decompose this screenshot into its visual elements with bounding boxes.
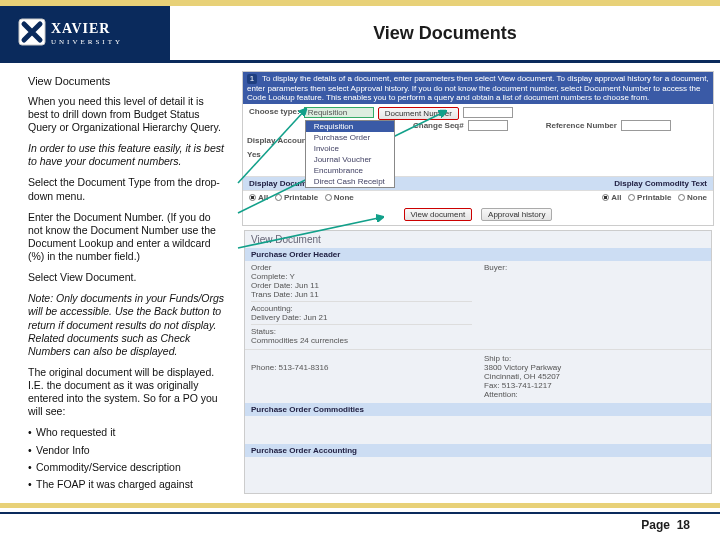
svg-text:XAVIER: XAVIER: [51, 21, 110, 36]
panel-heading: View Documents: [28, 75, 226, 89]
screenshot-form: 1 To display the details of a document, …: [242, 71, 714, 226]
page-label: Page: [641, 518, 670, 532]
po-commodities-bar: Purchase Order Commodities: [245, 403, 711, 416]
change-seq-label: Change Seq#: [413, 121, 464, 130]
menu-item[interactable]: Journal Voucher: [306, 154, 394, 165]
menu-item[interactable]: Invoice: [306, 143, 394, 154]
radio-printable-2[interactable]: [628, 194, 635, 201]
po-header-bar: Purchase Order Header: [245, 248, 711, 261]
view-document-button[interactable]: View document: [404, 208, 473, 221]
list-item: Who requested it: [28, 426, 226, 439]
po-accounting-bar: Purchase Order Accounting: [245, 444, 711, 457]
menu-item[interactable]: Purchase Order: [306, 132, 394, 143]
list-item: The FOAP it was charged against: [28, 478, 226, 491]
document-number-button[interactable]: Document Number: [378, 107, 459, 120]
paragraph: Enter the Document Number. (If you do no…: [28, 211, 226, 264]
instruction-panel: View Documents When you need this level …: [0, 63, 236, 503]
radio-none[interactable]: [325, 194, 332, 201]
paragraph: Select View Document.: [28, 271, 226, 284]
page-header: XAVIER UNIVERSITY View Documents: [0, 6, 720, 63]
page-number: 18: [677, 518, 690, 532]
note: Note: Only documents in your Funds/Orgs …: [28, 292, 226, 358]
menu-item[interactable]: Requisition: [306, 121, 394, 132]
list-item: Commodity/Service description: [28, 461, 226, 474]
svg-text:UNIVERSITY: UNIVERSITY: [51, 38, 123, 46]
display-commodity-text-label: Display Commodity Text: [614, 179, 707, 188]
ref-number-label: Reference Number: [546, 121, 617, 130]
choose-type-label: Choose type:: [249, 107, 300, 116]
document-type-select[interactable]: Requisition Requisition Purchase Order I…: [304, 107, 374, 118]
approval-history-button[interactable]: Approval history: [481, 208, 552, 221]
document-number-input[interactable]: [463, 107, 513, 118]
radio-all-2[interactable]: [602, 194, 609, 201]
ref-number-input[interactable]: [621, 120, 671, 131]
result-heading: View Document: [245, 231, 711, 248]
page-title: View Documents: [170, 23, 720, 44]
paragraph: Select the Document Type from the drop-d…: [28, 176, 226, 202]
change-seq-input[interactable]: [468, 120, 508, 131]
info-banner: 1 To display the details of a document, …: [243, 72, 713, 104]
menu-item[interactable]: Encumbrance: [306, 165, 394, 176]
menu-item[interactable]: Direct Cash Receipt: [306, 176, 394, 187]
list-item: Vendor Info: [28, 444, 226, 457]
radio-none-2[interactable]: [678, 194, 685, 201]
info-icon: 1: [247, 74, 257, 84]
screenshot-result: View Document Purchase Order Header Orde…: [244, 230, 712, 494]
paragraph: The original document will be displayed.…: [28, 366, 226, 419]
paragraph: In order to use this feature easily, it …: [28, 142, 226, 168]
paragraph: When you need this level of detail it is…: [28, 95, 226, 134]
page-footer: Page 18: [0, 512, 720, 540]
yes-label: Yes: [247, 150, 261, 159]
radio-all[interactable]: [249, 194, 256, 201]
radio-printable[interactable]: [275, 194, 282, 201]
logo: XAVIER UNIVERSITY: [0, 6, 170, 60]
screenshot-area: 1 To display the details of a document, …: [236, 63, 720, 503]
document-type-menu[interactable]: Requisition Purchase Order Invoice Journ…: [305, 120, 395, 188]
